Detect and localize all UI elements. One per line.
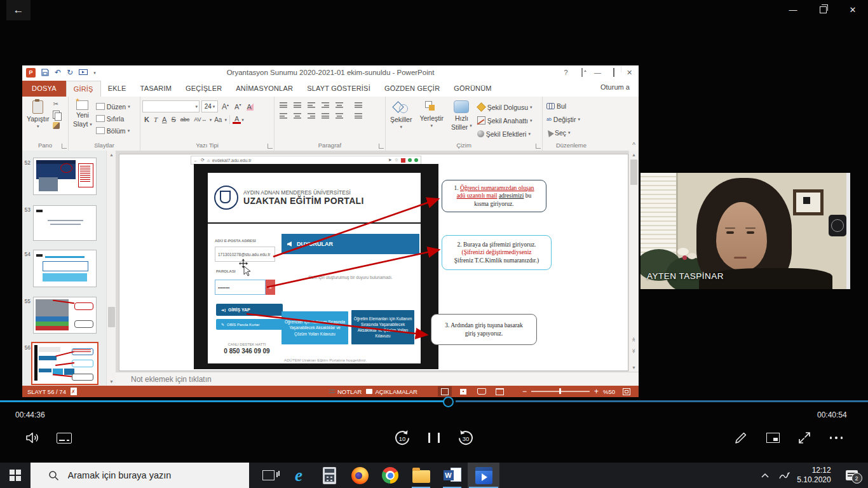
shape-effects-button[interactable]: Şekil Efektleri▾ [477,128,532,139]
increase-indent-icon[interactable] [322,102,329,108]
zoom-level[interactable]: %50 [603,388,615,395]
search-input[interactable] [67,470,241,481]
slide-thumbnail-55[interactable] [33,297,97,334]
fullscreen-button[interactable] [795,428,814,447]
tab-slayt-gosterisi[interactable]: SLAYT GÖSTERİSİ [300,81,377,97]
character-spacing-button[interactable]: AV↔ [192,116,208,123]
callout-2[interactable]: 2. Buraya da şifremizi giriyoruz. (Şifre… [442,235,552,270]
fit-slide-button[interactable] [620,386,634,396]
align-left-icon[interactable] [280,112,287,119]
undo-icon[interactable]: ↶ [55,69,61,76]
taskbar-app-films-tv-active[interactable] [468,463,499,488]
smartart-convert-icon[interactable] [355,112,362,119]
tab-giris[interactable]: GİRİŞ [66,81,101,97]
reading-view-button[interactable] [475,386,489,396]
app-minimize-button[interactable]: — [778,0,808,19]
qat-customize-icon[interactable]: ▾ [93,71,96,75]
zoom-out-button[interactable]: − [522,387,527,396]
font-color-button[interactable]: A [233,116,241,124]
font-size-combobox[interactable]: 24▾ [201,100,218,112]
bold-button[interactable]: K [142,116,151,123]
normal-view-button[interactable] [438,386,452,396]
slide-scroll-up[interactable]: ▲ [629,151,639,159]
slide-thumbnail-56-selected[interactable] [31,342,98,385]
tray-expand-button[interactable] [756,463,774,488]
font-name-combobox[interactable]: ▾ [142,100,200,112]
next-slide-button[interactable]: ≫ [630,346,638,356]
pause-button[interactable] [424,428,444,447]
previous-slide-button[interactable]: ≪ [630,335,638,344]
justify-icon[interactable] [322,112,329,119]
slide-sorter-view-button[interactable] [456,386,470,396]
decrease-indent-icon[interactable] [308,102,315,108]
zoom-slider[interactable] [531,391,590,392]
mini-view-button[interactable] [763,428,782,447]
pano-dialog-launcher[interactable] [62,144,67,149]
slide-thumbnail-52[interactable] [33,158,97,195]
slide-scroll-down[interactable]: ▼ [629,363,639,372]
slideshow-view-button[interactable] [493,386,507,396]
quick-styles-button[interactable]: Hızlı Stiller▾ [449,99,475,141]
section-button[interactable]: Bölüm▾ [96,125,130,136]
taskbar-app-explorer[interactable] [405,463,437,488]
taskbar-search[interactable] [31,463,249,488]
windows-ink-button[interactable] [775,463,793,488]
italic-button[interactable]: T [152,116,159,123]
redo-icon[interactable]: ↻ [67,69,73,76]
taskbar-app-word[interactable]: W [437,463,468,488]
tab-dosya[interactable]: DOSYA [22,81,66,97]
slide-thumbnail-54[interactable] [33,250,97,287]
ribbon-display-options-button[interactable] [574,69,590,76]
zoom-in-button[interactable]: + [594,387,599,396]
clear-formatting-button[interactable]: A [245,103,253,111]
grow-font-button[interactable]: A▴ [220,102,231,111]
skip-forward-button[interactable]: 30 [456,428,475,447]
volume-button[interactable] [23,428,42,447]
format-painter-icon[interactable] [53,122,60,129]
collapse-ribbon-button[interactable]: ^ [632,142,635,149]
align-right-icon[interactable] [308,112,315,119]
save-icon[interactable] [41,69,49,76]
back-button[interactable]: ← [6,0,31,20]
slide-thumbnail-53[interactable] [33,205,97,241]
sign-in-link[interactable]: Oturum a [600,83,639,91]
slide-scrollbar[interactable]: ▲ ≪ ≫ ▼ [628,151,639,372]
cut-icon[interactable]: ✂ [53,101,60,107]
shrink-font-button[interactable]: A▾ [233,102,243,111]
tab-ekle[interactable]: EKLE [101,81,133,97]
skip-back-button[interactable]: 10 [393,428,412,447]
callout-3[interactable]: 3. Ardından giriş tuşuna basarak giriş y… [431,314,537,345]
new-slide-button[interactable]: Yeni Slayt▾ [71,99,95,141]
seek-handle[interactable] [443,396,454,407]
ppt-minimize-button[interactable]: — [590,69,606,76]
taskbar-app-calculator[interactable] [314,463,344,488]
shape-outline-button[interactable]: Şekil Anahattı▾ [477,115,532,126]
strikethrough-button[interactable]: S [169,116,177,123]
arrange-button[interactable]: Yerleştir ▾ [417,99,446,141]
comments-toggle[interactable]: AÇIKLAMALAR [366,388,417,395]
app-close-button[interactable]: ✕ [838,0,867,19]
app-restore-button[interactable] [808,0,837,19]
more-options-button[interactable] [827,428,846,447]
taskbar-app-firefox[interactable] [344,463,375,488]
thumbnails-scrollbar[interactable]: ▲ ▼ [106,151,116,386]
ppt-close-button[interactable]: ✕ [621,69,637,77]
task-view-button[interactable] [253,463,283,488]
tab-animasyonlar[interactable]: ANİMASYONLAR [229,81,300,97]
captions-button[interactable] [55,428,74,447]
tab-gozden-gecir[interactable]: GÖZDEN GEÇİR [377,81,447,97]
bullets-icon[interactable] [280,102,287,108]
cizim-dialog-launcher[interactable] [536,144,541,149]
find-button[interactable]: Bul [546,100,598,111]
shadow-button[interactable]: abc [179,116,192,123]
align-center-icon[interactable] [294,112,301,119]
font-dialog-launcher[interactable] [268,144,273,149]
start-button[interactable] [0,463,31,488]
scrollbar-thumb[interactable] [108,307,115,327]
line-spacing-icon[interactable] [336,102,343,108]
ppt-maximize-button[interactable] [606,69,621,76]
scroll-down-arrow[interactable]: ▼ [107,377,116,386]
replace-button[interactable]: abDeğiştir▾ [546,114,598,125]
columns-icon[interactable] [336,112,343,119]
notes-pane[interactable]: Not eklemek için tıklatın [116,372,639,386]
